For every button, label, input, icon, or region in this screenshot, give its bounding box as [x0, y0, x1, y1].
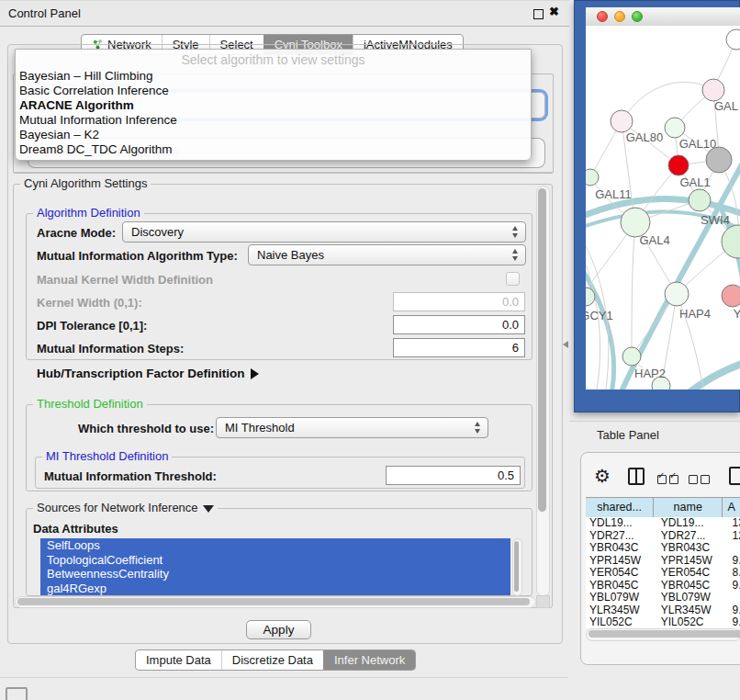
mi-steps-field[interactable]: 6 — [393, 338, 525, 357]
dpi-tolerance-field[interactable]: 0.0 — [393, 315, 525, 334]
table-hscroll-thumb[interactable] — [589, 630, 740, 638]
hide-columns-unchecked-icon[interactable] — [689, 471, 710, 488]
network-graph[interactable]: GALGAL80GAL10GAL1GAL11SWI4GAL4GCY1HAP4YH… — [586, 26, 740, 390]
data-attribute-item[interactable]: BetweennessCentrality — [40, 567, 510, 581]
table-cell[interactable]: 9. — [730, 555, 740, 568]
network-node[interactable] — [611, 110, 633, 132]
table-cell[interactable]: YDL19... — [586, 517, 658, 530]
network-node[interactable] — [689, 189, 711, 211]
table-cell[interactable]: YPR145W — [586, 555, 658, 568]
network-canvas[interactable]: GALGAL80GAL10GAL1GAL11SWI4GAL4GCY1HAP4YH… — [586, 26, 740, 390]
table-row[interactable]: YBR045CYBR045C9. — [586, 580, 740, 593]
network-node[interactable] — [726, 29, 740, 50]
table-cell[interactable]: YBL079W — [658, 592, 731, 604]
table-cell[interactable]: YDL19... — [658, 517, 731, 530]
tab-impute-data[interactable]: Impute Data — [136, 650, 221, 670]
settings-horizontal-scrollbar[interactable] — [15, 596, 536, 608]
settings-vscroll-thumb[interactable] — [538, 188, 546, 512]
network-node[interactable] — [622, 347, 641, 366]
show-columns-checked-icon[interactable]: ✓✓ — [657, 471, 678, 488]
table-cell[interactable]: YDR27... — [586, 530, 658, 543]
column-header-name[interactable]: name — [654, 498, 723, 517]
table-cell[interactable]: YIL052C — [586, 616, 658, 628]
network-node[interactable] — [722, 285, 740, 307]
network-node[interactable] — [722, 225, 740, 258]
table-row[interactable]: YDR27...YDR27...12 — [586, 530, 740, 543]
algorithm-option[interactable]: Dream8 DC_TDC Algorithm — [16, 142, 531, 157]
zoom-window-icon[interactable] — [632, 11, 643, 22]
table-cell[interactable]: 9. — [730, 616, 740, 628]
hub-definition-expander[interactable]: Hub/Transcription Factor Definition — [37, 367, 259, 380]
close-panel-icon[interactable]: ✖ — [549, 5, 559, 18]
network-window-titlebar[interactable] — [586, 7, 740, 27]
tab-infer-network[interactable]: Infer Network — [323, 650, 415, 670]
table-cell[interactable]: YBR045C — [586, 580, 658, 593]
mi-algorithm-type-combobox[interactable]: Naive Bayes — [248, 244, 526, 265]
algorithm-option[interactable]: ARACNE Algorithm — [16, 98, 531, 113]
network-node[interactable] — [706, 147, 732, 173]
table-cell[interactable]: 9. — [730, 580, 740, 593]
table-row[interactable]: YLR345WYLR345W9. — [586, 604, 740, 617]
table-cell[interactable]: YBR045C — [658, 580, 731, 593]
table-row[interactable]: YPR145WYPR145W9. — [586, 555, 740, 568]
table-cell[interactable] — [730, 542, 740, 555]
table-cell[interactable]: YLR345W — [658, 604, 731, 617]
attributes-list-scrollbar[interactable] — [512, 538, 522, 596]
algorithm-option[interactable]: Mutual Information Inference — [16, 113, 531, 128]
table-cell[interactable]: 12 — [730, 530, 740, 543]
table-cell[interactable]: YPR145W — [658, 555, 731, 568]
float-panel-icon[interactable] — [533, 9, 544, 19]
data-attribute-item[interactable]: gal4RGexp — [40, 581, 510, 596]
attributes-scroll-thumb[interactable] — [514, 541, 519, 592]
mi-threshold-field[interactable]: 0.5 — [386, 466, 521, 485]
table-cell[interactable]: 13 — [730, 517, 740, 530]
function-builder-icon[interactable] — [729, 467, 740, 485]
algorithm-option[interactable]: Basic Correlation Inference — [16, 84, 531, 98]
table-horizontal-scrollbar[interactable] — [586, 628, 740, 641]
column-header-clipped[interactable]: A — [723, 498, 740, 517]
sources-group-title[interactable]: Sources for Network Inference — [33, 502, 218, 514]
table-cell[interactable]: YLR345W — [586, 604, 658, 617]
settings-vertical-scrollbar[interactable] — [536, 186, 550, 596]
aracne-mode-combobox[interactable]: Discovery — [122, 221, 526, 243]
table-cell[interactable]: 8. — [730, 567, 740, 580]
table-cell[interactable] — [730, 592, 740, 604]
algorithm-option[interactable]: Bayesian – K2 — [16, 128, 531, 142]
table-row[interactable]: YER054CYER054C8. — [586, 567, 740, 580]
table-cell[interactable]: YER054C — [586, 567, 658, 580]
network-view-window[interactable]: GALGAL80GAL10GAL1GAL11SWI4GAL4GCY1HAP4YH… — [574, 0, 740, 412]
algorithm-option[interactable]: Bayesian – Hill Climbing — [16, 69, 531, 84]
which-threshold-combobox[interactable]: MI Threshold — [216, 417, 488, 438]
apply-button[interactable]: Apply — [246, 620, 311, 639]
table-cell[interactable]: 9. — [730, 604, 740, 617]
network-node[interactable] — [586, 169, 599, 186]
network-node[interactable] — [668, 155, 689, 175]
data-attribute-item[interactable]: TopologicalCoefficient — [40, 553, 510, 568]
minimize-window-icon[interactable] — [614, 11, 625, 22]
close-window-icon[interactable] — [597, 11, 608, 22]
panel-splitter-collapse-arrow[interactable] — [563, 341, 568, 348]
table-cell[interactable]: YER054C — [658, 567, 731, 580]
table-row[interactable]: YIL052CYIL052C9. — [586, 616, 740, 628]
table-body[interactable]: YDL19...YDL19...13YDR27...YDR27...12YBR0… — [586, 517, 740, 628]
network-node[interactable] — [665, 282, 689, 306]
data-attributes-list[interactable]: SelfLoopsTopologicalCoefficientBetweenne… — [40, 538, 510, 595]
docked-window-icon[interactable] — [6, 687, 28, 700]
data-attribute-item[interactable]: SelfLoops — [40, 538, 510, 553]
table-row[interactable]: YBR043CYBR043C — [586, 542, 740, 555]
table-cell[interactable]: YBL079W — [586, 592, 658, 604]
table-cell[interactable]: YDR27... — [658, 530, 731, 543]
kernel-width-field[interactable]: 0.0 — [393, 292, 525, 311]
network-node[interactable] — [665, 118, 685, 138]
settings-gear-icon[interactable]: ⚙ — [594, 465, 611, 487]
table-row[interactable]: YDL19...YDL19...13 — [586, 517, 740, 530]
column-selector-icon[interactable] — [628, 468, 645, 485]
network-node[interactable] — [702, 79, 724, 101]
table-cell[interactable]: YIL052C — [658, 616, 731, 628]
manual-kernel-width-checkbox[interactable] — [506, 272, 520, 286]
tab-discretize-data[interactable]: Discretize Data — [221, 650, 323, 670]
settings-hscroll-thumb[interactable] — [17, 598, 530, 605]
column-header-shared-name[interactable]: shared... — [586, 498, 654, 517]
table-cell[interactable]: YBR043C — [658, 542, 731, 555]
table-cell[interactable]: YBR043C — [586, 542, 658, 555]
